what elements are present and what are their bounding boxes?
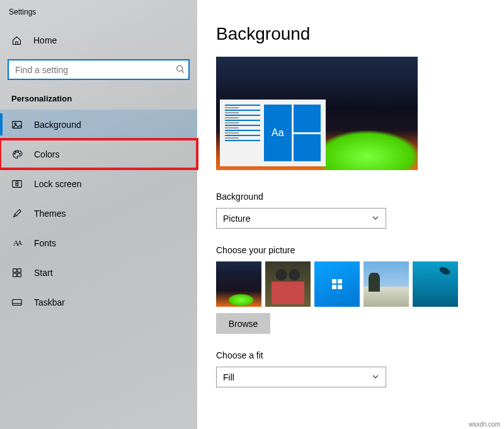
svg-point-2 bbox=[14, 122, 16, 124]
svg-rect-10 bbox=[18, 268, 21, 272]
page-title: Background bbox=[216, 24, 490, 44]
svg-point-6 bbox=[20, 153, 21, 154]
background-type-select[interactable]: Picture bbox=[216, 208, 386, 229]
svg-point-0 bbox=[177, 66, 183, 71]
search-input[interactable] bbox=[8, 59, 190, 80]
svg-rect-12 bbox=[18, 273, 21, 276]
preview-tiles: Aa bbox=[264, 105, 321, 161]
sidebar-item-label: Start bbox=[34, 268, 53, 278]
svg-rect-9 bbox=[13, 268, 16, 272]
picture-thumb-4[interactable] bbox=[364, 261, 409, 307]
choose-picture-label: Choose your picture bbox=[216, 245, 490, 255]
fonts-icon: AA bbox=[11, 237, 23, 249]
preview-text-lines bbox=[225, 105, 260, 161]
start-icon bbox=[11, 267, 23, 278]
picture-thumb-2[interactable] bbox=[265, 261, 311, 307]
svg-point-5 bbox=[18, 151, 19, 152]
chevron-down-icon bbox=[372, 372, 379, 382]
search-button[interactable] bbox=[176, 64, 185, 75]
taskbar-icon bbox=[11, 297, 23, 308]
svg-point-4 bbox=[15, 151, 16, 152]
palette-icon bbox=[11, 149, 23, 160]
choose-fit-value: Fill bbox=[223, 372, 234, 382]
picture-thumb-3[interactable] bbox=[314, 261, 360, 307]
watermark-text: wsxdn.com bbox=[469, 421, 500, 428]
sidebar-nav: Background Colors Lock screen bbox=[0, 110, 197, 317]
choose-fit-label: Choose a fit bbox=[216, 350, 490, 360]
sidebar-item-colors[interactable]: Colors bbox=[0, 139, 197, 169]
picture-thumb-5[interactable] bbox=[413, 261, 458, 307]
main-content: Background Aa Background Picture bbox=[197, 0, 504, 429]
browse-button[interactable]: Browse bbox=[216, 313, 270, 334]
picture-thumbnails bbox=[216, 261, 490, 307]
svg-rect-11 bbox=[13, 273, 16, 276]
sidebar-item-label: Colors bbox=[34, 149, 59, 159]
sidebar-item-label: Taskbar bbox=[34, 297, 65, 307]
preview-window: Aa bbox=[220, 100, 326, 166]
search-container bbox=[8, 59, 190, 80]
svg-rect-7 bbox=[13, 180, 21, 187]
section-heading: Personalization bbox=[0, 80, 197, 110]
sidebar-item-start[interactable]: Start bbox=[0, 258, 197, 287]
svg-rect-13 bbox=[13, 299, 21, 305]
sidebar-item-label: Fonts bbox=[34, 238, 56, 248]
choose-fit-select[interactable]: Fill bbox=[216, 367, 386, 387]
sidebar-item-label: Background bbox=[34, 120, 81, 130]
settings-sidebar: Settings Home Personalization bbox=[0, 0, 197, 429]
sidebar-item-themes[interactable]: Themes bbox=[0, 198, 197, 228]
app-title: Settings bbox=[0, 4, 197, 28]
home-button[interactable]: Home bbox=[0, 28, 197, 53]
sidebar-item-label: Themes bbox=[34, 209, 66, 219]
home-icon bbox=[11, 35, 22, 46]
sidebar-item-taskbar[interactable]: Taskbar bbox=[0, 287, 197, 317]
chevron-down-icon bbox=[372, 214, 379, 224]
picture-thumb-1[interactable] bbox=[216, 261, 261, 307]
preview-sample-text: Aa bbox=[264, 105, 292, 161]
svg-rect-8 bbox=[16, 183, 18, 186]
sidebar-item-label: Lock screen bbox=[34, 179, 81, 189]
picture-icon bbox=[11, 119, 23, 130]
search-icon bbox=[176, 66, 185, 75]
sidebar-item-fonts[interactable]: AA Fonts bbox=[0, 228, 197, 258]
background-type-label: Background bbox=[216, 192, 490, 202]
sidebar-item-background[interactable]: Background bbox=[0, 110, 197, 139]
home-label: Home bbox=[33, 35, 57, 45]
background-preview: Aa bbox=[216, 57, 418, 170]
sidebar-item-lock-screen[interactable]: Lock screen bbox=[0, 169, 197, 198]
brush-icon bbox=[11, 208, 23, 219]
background-type-value: Picture bbox=[223, 214, 251, 224]
svg-point-3 bbox=[14, 153, 16, 154]
lockframe-icon bbox=[11, 178, 23, 190]
